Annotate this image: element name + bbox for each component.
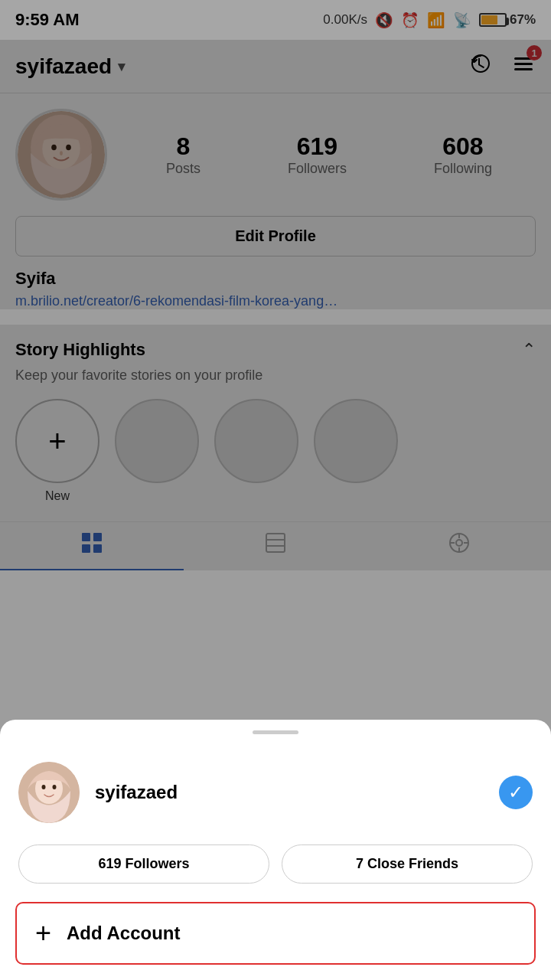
add-account-button[interactable]: + Add Account: [15, 902, 536, 965]
sheet-account-row[interactable]: syifazaed ✓: [0, 750, 551, 835]
sheet-handle: [253, 730, 298, 734]
add-account-label: Add Account: [67, 923, 180, 944]
close-friends-pill-button[interactable]: 7 Close Friends: [282, 844, 533, 884]
svg-point-24: [42, 785, 46, 789]
sheet-username: syifazaed: [95, 782, 484, 803]
sheet-avatar: [18, 762, 80, 823]
sheet-pills: 619 Followers 7 Close Friends: [0, 835, 551, 893]
followers-pill-button[interactable]: 619 Followers: [18, 844, 269, 884]
svg-point-25: [53, 785, 57, 789]
check-icon: ✓: [499, 776, 533, 809]
bottom-sheet: syifazaed ✓ 619 Followers 7 Close Friend…: [0, 720, 551, 980]
add-account-icon: +: [35, 917, 51, 949]
